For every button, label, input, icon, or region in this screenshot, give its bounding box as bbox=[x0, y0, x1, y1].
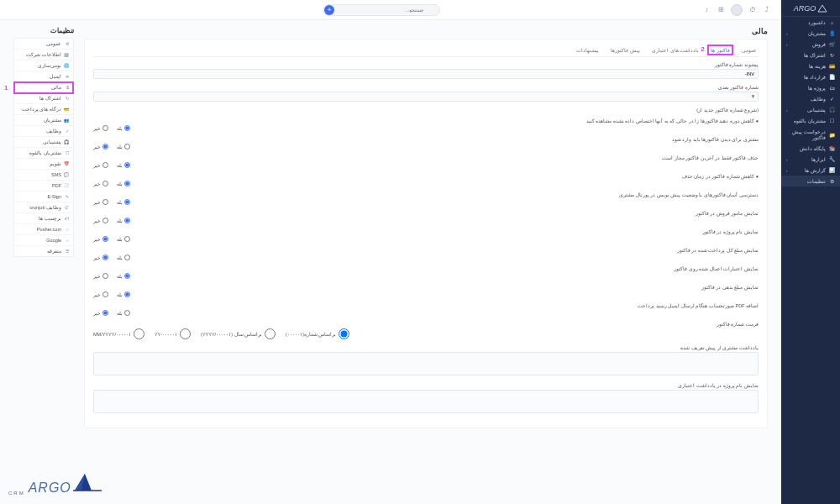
settings-item-icon: ○ bbox=[64, 227, 69, 232]
settings-item-11[interactable]: 📅تقویم bbox=[14, 159, 73, 170]
settings-item-0[interactable]: ⚙عمومی bbox=[14, 39, 73, 50]
nav-item-6[interactable]: 🗂پروژه ها bbox=[781, 82, 840, 93]
format-radios: براساس شماره(۰۰۰۰۰۱) براساس سال (YYYY/۰۰… bbox=[93, 328, 759, 339]
nav-icon: 📊 bbox=[829, 167, 835, 173]
nav-item-10[interactable]: 📁درخواست پیش فاکتور bbox=[781, 126, 840, 143]
nav-icon: ☐ bbox=[829, 118, 835, 123]
settings-item-15[interactable]: ⏱وظایف cronjob bbox=[14, 202, 73, 213]
nav-item-12[interactable]: 🔧ابزارها‹ bbox=[781, 154, 840, 165]
settings-item-18[interactable]: ○Google bbox=[14, 235, 73, 246]
nav-item-5[interactable]: 📄قرارداد ها bbox=[781, 71, 840, 82]
nav-item-7[interactable]: ✓وظایف bbox=[781, 93, 840, 104]
settings-item-icon: 👥 bbox=[64, 118, 69, 123]
topbar: ⤴ ⏱ ⊞ ♪ + bbox=[0, 0, 781, 20]
search-plus-icon[interactable]: + bbox=[324, 5, 334, 15]
avatar[interactable] bbox=[731, 4, 743, 16]
show-credits-label: نمایش اعتبارات اعمال شده روی فاکتور bbox=[93, 266, 759, 271]
settings-item-5[interactable]: ↻اشتراک ها bbox=[14, 93, 73, 104]
nav-icon: 👤 bbox=[829, 30, 835, 36]
tab-1[interactable]: فاکتور ها2 bbox=[709, 46, 732, 54]
nav-item-8[interactable]: 🎧پشتیبانی‹ bbox=[781, 104, 840, 115]
predefined-terms-input[interactable] bbox=[93, 390, 759, 413]
settings-item-icon: ☰ bbox=[64, 249, 69, 254]
next-num-label: شماره فاکتور بعدی bbox=[93, 85, 759, 90]
nav-icon: 🗂 bbox=[829, 85, 835, 91]
annotation-num: 2 bbox=[701, 45, 704, 53]
settings-item-17[interactable]: ○Pusher.com bbox=[14, 224, 73, 235]
nav-item-3[interactable]: ↻اشتراک ها bbox=[781, 50, 840, 60]
chevron-icon: ‹ bbox=[786, 168, 788, 173]
grid-icon[interactable]: ⊞ bbox=[717, 6, 725, 14]
settings-panel: مالی عمومیفاکتور ها2یادداشت های اعتباریپ… bbox=[84, 27, 768, 497]
settings-item-icon: $ bbox=[64, 85, 69, 90]
chevron-icon: ‹ bbox=[786, 42, 788, 47]
settings-item-14[interactable]: ✎E-Sign bbox=[14, 192, 73, 202]
clock-icon[interactable]: ⏱ bbox=[748, 6, 757, 14]
nav-item-0[interactable]: ⌂داشبورد bbox=[781, 17, 840, 28]
settings-item-16[interactable]: 🏷برچسب ها bbox=[14, 213, 73, 224]
nav-icon: ⌂ bbox=[829, 19, 835, 25]
nav-icon: ↻ bbox=[829, 52, 835, 58]
prefix-input[interactable] bbox=[93, 69, 759, 79]
settings-item-4[interactable]: $مالی1 bbox=[14, 82, 73, 93]
settings-item-6[interactable]: 💳درگاه های پرداخت bbox=[14, 104, 73, 115]
show-draft-label: دسترسی آسان فاکتورهای با وضعیت پیش نویس … bbox=[93, 192, 759, 197]
nav-item-2[interactable]: 🛒فروش‹ bbox=[781, 39, 840, 50]
settings-item-19[interactable]: ☰متفرقه bbox=[14, 246, 73, 256]
require-login-label: مشتری برای دیدن فاکتورها باید وارد شود bbox=[93, 137, 759, 142]
settings-item-9[interactable]: 🎧پشتیبانی bbox=[14, 137, 73, 148]
nav-item-11[interactable]: 📚پایگاه دانش bbox=[781, 143, 840, 154]
chevron-icon: ‹ bbox=[786, 31, 788, 36]
settings-item-10[interactable]: ☐مشتریان بالقوه bbox=[14, 148, 73, 159]
decrement-label: ● کاهش دوره دهید فاکتورها زا در حالی که … bbox=[93, 118, 759, 123]
nav-icon: 🛒 bbox=[829, 41, 835, 47]
predefined-note-input[interactable] bbox=[93, 352, 759, 375]
delete-last-label: حذف فاکتور فقط در آخرین فاکتور مجاز است bbox=[93, 155, 759, 160]
settings-item-3[interactable]: ✉ایمیل bbox=[14, 71, 73, 82]
next-num-hint: (شروع شماره فاکتور جدید از) bbox=[93, 108, 759, 113]
predefined-terms-label: نمایش نام پروژه در یادداشت اعتباری bbox=[93, 383, 759, 388]
share-icon[interactable]: ⤴ bbox=[763, 6, 771, 14]
settings-item-icon: ⏱ bbox=[64, 205, 69, 210]
settings-item-2[interactable]: 🌐بومی‌سازی bbox=[14, 60, 73, 71]
settings-item-1[interactable]: 🏢اطلاعات شرکت bbox=[14, 50, 73, 60]
nav-icon: 📚 bbox=[829, 145, 835, 151]
settings-item-icon: 🏷 bbox=[64, 216, 69, 221]
show-agent-label: نمایش مامور فروش در فاکتور bbox=[93, 211, 759, 216]
tab-0[interactable]: عمومی bbox=[740, 46, 759, 54]
nav-icon: 📁 bbox=[829, 132, 835, 138]
settings-item-12[interactable]: 💬SMS bbox=[14, 170, 73, 181]
decrement-radios: بله خیر bbox=[93, 125, 759, 131]
nav-item-9[interactable]: ☐مشتریان بالقوه bbox=[781, 115, 840, 126]
settings-item-icon: ↻ bbox=[64, 96, 69, 101]
settings-title: تنظیمات bbox=[13, 27, 74, 34]
settings-item-icon: ✓ bbox=[64, 129, 69, 134]
chevron-icon: ‹ bbox=[786, 108, 788, 113]
format-label: فرمت شماره فاکتور bbox=[93, 322, 759, 327]
settings-item-icon: 💬 bbox=[64, 172, 69, 177]
nav-icon: 📄 bbox=[829, 74, 835, 80]
settings-item-icon: ○ bbox=[64, 238, 69, 243]
nav-icon: ⚙ bbox=[829, 178, 835, 184]
search-input[interactable] bbox=[323, 4, 440, 16]
main-sidebar: ARGO ⌂داشبورد👤مشتریان‹🛒فروش‹↻اشتراک ها💳ه… bbox=[781, 0, 840, 504]
nav-icon: 🔧 bbox=[829, 156, 835, 162]
settings-item-icon: 📄 bbox=[64, 183, 69, 188]
panel-title: مالی bbox=[84, 27, 768, 35]
show-total-paid-label: نمایش مبلغ کل پرداخت شده در فاکتور bbox=[93, 248, 759, 253]
next-num-input[interactable] bbox=[93, 92, 759, 102]
settings-item-13[interactable]: 📄PDF bbox=[14, 181, 73, 192]
chevron-icon: ‹ bbox=[786, 157, 788, 162]
bell-icon[interactable]: ♪ bbox=[702, 6, 711, 14]
tab-4[interactable]: پیشنهادات bbox=[575, 46, 601, 54]
settings-item-7[interactable]: 👥مشتریان bbox=[14, 115, 73, 126]
settings-item-8[interactable]: ✓وظایف bbox=[14, 126, 73, 137]
nav-item-13[interactable]: 📊گزارش ها‹ bbox=[781, 165, 840, 176]
nav-item-14[interactable]: ⚙تنظیمات bbox=[781, 176, 840, 186]
search-box: + bbox=[323, 4, 440, 16]
nav-item-1[interactable]: 👤مشتریان‹ bbox=[781, 28, 840, 39]
tab-2[interactable]: یادداشت های اعتباری bbox=[650, 46, 701, 54]
nav-item-4[interactable]: 💳هزینه ها bbox=[781, 60, 840, 71]
tab-3[interactable]: پیش فاکتورها bbox=[609, 46, 642, 54]
settings-item-icon: ✉ bbox=[64, 74, 69, 79]
